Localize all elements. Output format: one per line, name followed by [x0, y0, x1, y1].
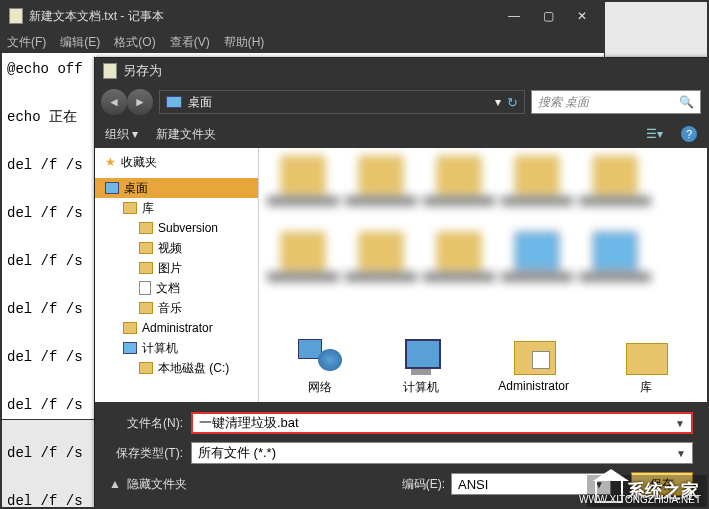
dialog-title: 另存为: [123, 62, 162, 80]
new-folder-button[interactable]: 新建文件夹: [156, 126, 216, 143]
address-bar[interactable]: 桌面 ▾ ↻: [159, 90, 525, 114]
menu-help[interactable]: 帮助(H): [224, 34, 265, 51]
sidebar-subversion[interactable]: Subversion: [95, 218, 258, 238]
sidebar-desktop[interactable]: 桌面: [95, 178, 258, 198]
network-item[interactable]: 网络: [296, 333, 344, 396]
path-dropdown-icon[interactable]: ▾: [495, 95, 501, 109]
sidebar-favorites[interactable]: ★收藏夹: [95, 152, 258, 172]
user-folder-icon: [123, 322, 137, 334]
help-icon[interactable]: ?: [681, 126, 697, 142]
navigation-sidebar: ★收藏夹 桌面 库 Subversion 视频 图片 文档 音乐 Adminis…: [95, 148, 259, 402]
file-grid-blurred: [259, 148, 707, 310]
folder-icon: [139, 242, 153, 254]
administrator-item[interactable]: Administrator: [498, 333, 569, 396]
search-icon: 🔍: [679, 95, 694, 109]
nav-forward-button[interactable]: ►: [127, 89, 153, 115]
sidebar-localdisk[interactable]: 本地磁盘 (C:): [95, 358, 258, 378]
computer-icon: [123, 342, 137, 354]
encoding-label: 编码(E):: [402, 476, 445, 493]
sidebar-videos[interactable]: 视频: [95, 238, 258, 258]
computer-item[interactable]: 计算机: [397, 333, 445, 396]
filetype-label: 保存类型(T):: [109, 445, 183, 462]
admin-folder-icon: [510, 333, 558, 377]
save-as-dialog: 另存为 ◄ ► 桌面 ▾ ↻ 搜索 桌面 🔍 组织 ▾ 新建文件夹 ☰▾ ? ★…: [94, 57, 708, 508]
chevron-down-icon[interactable]: ▼: [676, 448, 686, 459]
menu-edit[interactable]: 编辑(E): [60, 34, 100, 51]
search-input[interactable]: 搜索 桌面 🔍: [531, 90, 701, 114]
file-list-pane[interactable]: 网络 计算机 Administrator 库: [259, 148, 707, 402]
filename-input[interactable]: 一键清理垃圾.bat ▼: [191, 412, 693, 434]
sidebar-music[interactable]: 音乐: [95, 298, 258, 318]
menu-format[interactable]: 格式(O): [114, 34, 155, 51]
maximize-button[interactable]: ▢: [534, 9, 562, 23]
computer-icon: [397, 333, 445, 377]
navigation-bar: ◄ ► 桌面 ▾ ↻ 搜索 桌面 🔍: [95, 84, 707, 120]
sidebar-libraries[interactable]: 库: [95, 198, 258, 218]
toolbar: 组织 ▾ 新建文件夹 ☰▾ ?: [95, 120, 707, 148]
dialog-icon: [103, 63, 117, 79]
star-icon: ★: [105, 155, 116, 169]
libraries-item[interactable]: 库: [622, 333, 670, 396]
menu-view[interactable]: 查看(V): [170, 34, 210, 51]
network-icon: [296, 333, 344, 377]
minimize-button[interactable]: —: [500, 9, 528, 23]
watermark-url: WWW.XITONGZHIJIA.NET: [579, 494, 701, 505]
desktop-icon: [105, 182, 119, 194]
document-icon: [139, 281, 151, 295]
close-button[interactable]: ✕: [568, 9, 596, 23]
triangle-up-icon: ▲: [109, 477, 121, 491]
view-options-icon[interactable]: ☰▾: [645, 125, 663, 143]
organize-button[interactable]: 组织 ▾: [105, 126, 138, 143]
notepad-menubar: 文件(F) 编辑(E) 格式(O) 查看(V) 帮助(H): [1, 31, 604, 53]
filename-label: 文件名(N):: [109, 415, 183, 432]
search-placeholder: 搜索 桌面: [538, 94, 589, 111]
desktop-icon: [166, 96, 182, 108]
chevron-down-icon[interactable]: ▼: [675, 418, 685, 429]
system-icons-row: 网络 计算机 Administrator 库: [259, 333, 707, 396]
folder-icon: [139, 222, 153, 234]
sidebar-pictures[interactable]: 图片: [95, 258, 258, 278]
drive-icon: [139, 362, 153, 374]
sidebar-administrator[interactable]: Administrator: [95, 318, 258, 338]
libraries-icon: [123, 202, 137, 214]
sidebar-documents[interactable]: 文档: [95, 278, 258, 298]
notepad-title: 新建文本文档.txt - 记事本: [29, 8, 164, 25]
notepad-icon: [9, 8, 23, 24]
folder-icon: [139, 302, 153, 314]
nav-back-button[interactable]: ◄: [101, 89, 127, 115]
sidebar-computer[interactable]: 计算机: [95, 338, 258, 358]
menu-file[interactable]: 文件(F): [7, 34, 46, 51]
filetype-select[interactable]: 所有文件 (*.*) ▼: [191, 442, 693, 464]
libraries-icon: [622, 333, 670, 377]
refresh-icon[interactable]: ↻: [507, 95, 518, 110]
notepad-titlebar: 新建文本文档.txt - 记事本 — ▢ ✕: [1, 1, 604, 31]
saveas-titlebar: 另存为: [95, 58, 707, 84]
hide-folders-toggle[interactable]: ▲ 隐藏文件夹: [109, 476, 187, 493]
folder-icon: [139, 262, 153, 274]
path-label: 桌面: [188, 94, 212, 111]
